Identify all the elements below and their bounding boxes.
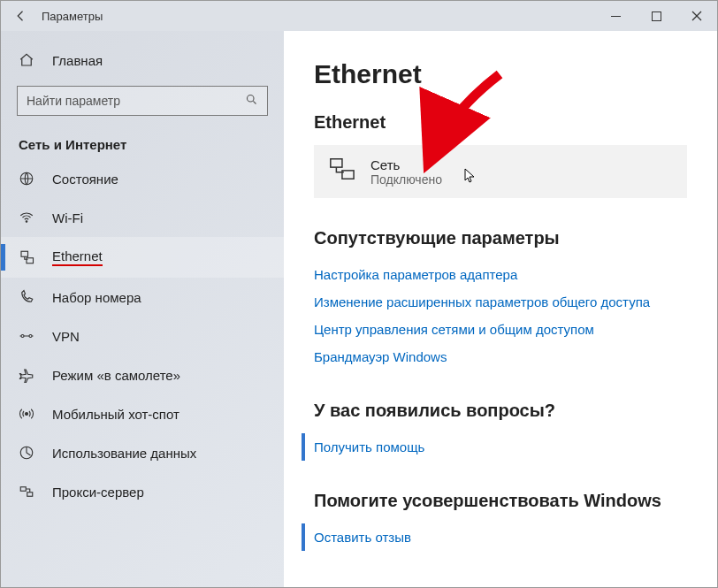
nav-status[interactable]: Состояние: [1, 159, 284, 198]
nav-home[interactable]: Главная: [1, 43, 284, 77]
network-text: Сеть Подключено: [370, 157, 442, 187]
airplane-icon: [19, 367, 36, 383]
home-icon: [19, 52, 36, 68]
dialup-icon: [19, 289, 36, 305]
svg-rect-8: [21, 251, 28, 256]
data-icon: [19, 445, 36, 461]
nav-home-label: Главная: [52, 53, 103, 68]
network-card[interactable]: Сеть Подключено: [314, 145, 687, 198]
nav-label: Состояние: [52, 172, 118, 187]
nav-vpn[interactable]: VPN: [1, 317, 284, 355]
nav-dialup[interactable]: Набор номера: [1, 278, 284, 317]
sidebar-category: Сеть и Интернет: [1, 125, 284, 159]
sidebar: Главная Сеть и Интернет Состояние Wi-Fi: [1, 31, 284, 587]
svg-rect-14: [20, 487, 26, 492]
search-box[interactable]: [17, 86, 268, 116]
cursor-icon: [464, 168, 478, 187]
svg-line-5: [253, 101, 256, 103]
link-advanced-sharing[interactable]: Изменение расширенных параметров общего …: [314, 288, 687, 316]
titlebar: Параметры: [1, 1, 717, 31]
close-button[interactable]: [676, 1, 717, 31]
network-status: Подключено: [370, 172, 442, 187]
nav-proxy[interactable]: Прокси-сервер: [1, 472, 284, 511]
settings-window: Параметры Главная Сет: [0, 0, 718, 588]
search-input[interactable]: [27, 94, 245, 108]
vpn-icon: [19, 328, 36, 344]
svg-point-7: [26, 221, 27, 223]
nav-airplane[interactable]: Режим «в самолете»: [1, 355, 284, 394]
sidebar-nav: Состояние Wi-Fi Ethernet Набор номера VP…: [1, 159, 284, 511]
nav-label: Режим «в самолете»: [52, 368, 180, 383]
nav-label: Ethernet: [52, 248, 103, 266]
svg-point-12: [26, 413, 28, 416]
page-title: Ethernet: [314, 59, 687, 89]
svg-rect-1: [652, 11, 661, 20]
svg-point-10: [21, 335, 24, 338]
ethernet-icon: [19, 249, 36, 265]
window-title: Параметры: [42, 10, 103, 23]
svg-rect-17: [342, 171, 354, 179]
nav-label: Набор номера: [52, 290, 141, 305]
status-icon: [19, 171, 36, 187]
network-icon: [328, 156, 355, 187]
help-heading: У вас появились вопросы?: [314, 401, 687, 421]
svg-point-4: [248, 95, 255, 103]
search-icon: [245, 93, 258, 109]
svg-rect-9: [27, 258, 34, 263]
nav-label: VPN: [52, 329, 80, 344]
link-get-help[interactable]: Получить помощь: [314, 433, 687, 461]
svg-point-11: [29, 335, 32, 338]
feedback-heading: Помогите усовершенствовать Windows: [314, 491, 687, 511]
svg-rect-15: [27, 493, 33, 497]
nav-hotspot[interactable]: Мобильный хот-спот: [1, 394, 284, 433]
hotspot-icon: [19, 406, 36, 422]
link-feedback[interactable]: Оставить отзыв: [314, 523, 687, 551]
back-button[interactable]: [1, 1, 42, 31]
nav-ethernet[interactable]: Ethernet: [1, 237, 284, 278]
section-network-heading: Ethernet: [314, 112, 687, 133]
link-firewall[interactable]: Брандмауэр Windows: [314, 343, 687, 370]
nav-label: Прокси-сервер: [52, 485, 144, 500]
network-name: Сеть: [370, 157, 442, 172]
content-pane: Ethernet Ethernet Сеть Подключено Со: [284, 31, 717, 587]
maximize-button[interactable]: [636, 1, 676, 31]
related-heading: Сопутствующие параметры: [314, 228, 687, 248]
nav-datausage[interactable]: Использование данных: [1, 433, 284, 472]
nav-label: Мобильный хот-спот: [52, 407, 180, 422]
nav-label: Wi-Fi: [52, 210, 83, 225]
nav-label: Использование данных: [52, 446, 196, 461]
svg-rect-16: [331, 159, 342, 167]
link-adapter-settings[interactable]: Настройка параметров адаптера: [314, 261, 687, 288]
proxy-icon: [19, 484, 36, 500]
link-network-center[interactable]: Центр управления сетями и общим доступом: [314, 316, 687, 343]
minimize-button[interactable]: [595, 1, 636, 31]
nav-wifi[interactable]: Wi-Fi: [1, 198, 284, 237]
wifi-icon: [19, 210, 36, 225]
